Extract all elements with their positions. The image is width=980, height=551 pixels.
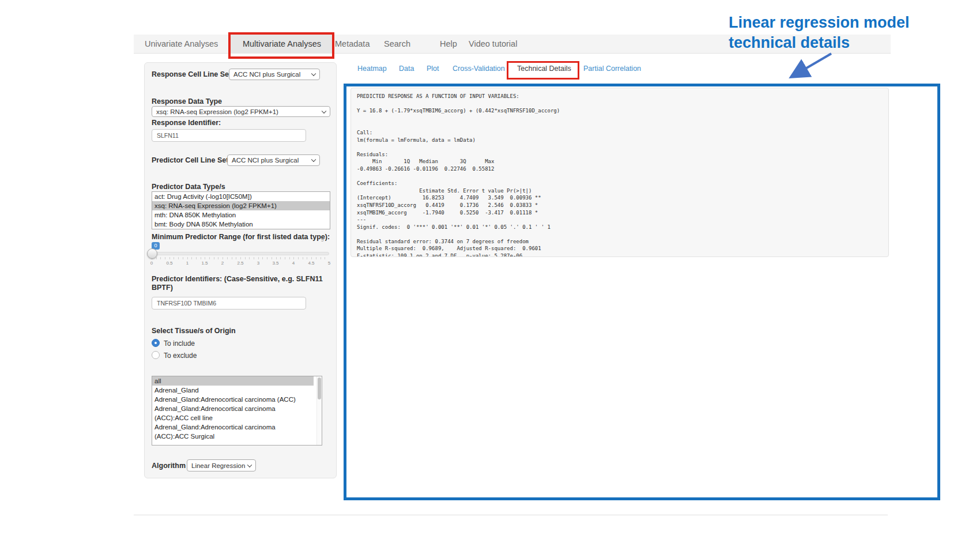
- bottom-divider: [134, 515, 888, 515]
- predictor-identifiers-input[interactable]: [152, 297, 306, 310]
- select-value: ACC NCI plus Surgical: [233, 71, 300, 78]
- listbox-option-selected[interactable]: all: [152, 376, 314, 386]
- chevron-down-icon: [322, 108, 326, 113]
- predictor-data-types-listbox: act: Drug Activity (-log10[IC50M]) xsq: …: [152, 191, 330, 229]
- radio-to-exclude-label[interactable]: To exclude: [164, 352, 197, 360]
- slider-tick-marks: [152, 257, 329, 259]
- listbox-option[interactable]: Adrenal_Gland:Adrenocortical carcinoma (…: [152, 404, 314, 422]
- listbox-option[interactable]: Adrenal_Gland: [152, 386, 314, 395]
- nav-item-video-tutorial[interactable]: Video tutorial: [469, 35, 517, 54]
- listbox-option[interactable]: Adrenal_Gland:Adrenocortical carcinoma (…: [152, 422, 314, 441]
- nav-item-univariate-analyses[interactable]: Univariate Analyses: [145, 35, 218, 54]
- slider-tick-label: 1: [183, 261, 192, 266]
- technical-details-highlight-box: [507, 61, 579, 80]
- response-identifier-input[interactable]: [152, 129, 306, 142]
- slider-tick-label: 4: [289, 261, 298, 266]
- predictor-identifiers-label: Predictor Identifiers: (Case-Sensitive, …: [152, 275, 325, 292]
- listbox-option[interactable]: mth: DNA 850K Methylation: [152, 210, 330, 220]
- tab-data[interactable]: Data: [399, 65, 414, 73]
- slider-tick-label: 3: [254, 261, 263, 266]
- algorithm-select[interactable]: Linear Regression: [187, 459, 256, 471]
- listbox-option[interactable]: Adrenal_Gland:Adrenocortical carcinoma (…: [152, 395, 314, 404]
- chevron-down-icon: [311, 71, 316, 76]
- annotation-arrow-icon: [787, 51, 836, 81]
- tab-partial-correlation[interactable]: Partial Correlation: [583, 65, 641, 73]
- response-cell-line-set-label: Response Cell Line Set: [152, 70, 231, 79]
- slider-tick-label: 5: [325, 261, 334, 266]
- slider-tick-label: 0: [147, 261, 156, 266]
- annotation-title: Linear regression model technical detail…: [729, 13, 971, 53]
- annotation-line-1: Linear regression model: [729, 13, 971, 33]
- regression-output: PREDICTED RESPONSE AS A FUNCTION OF INPU…: [350, 88, 889, 257]
- nav-item-help[interactable]: Help: [440, 35, 457, 54]
- app-root: Univariate Analyses Multivariate Analyse…: [0, 0, 980, 551]
- scrollbar-thumb[interactable]: [318, 378, 321, 399]
- select-value: Linear Regression: [191, 462, 245, 469]
- listbox-option[interactable]: act: Drug Activity (-log10[IC50M]): [152, 192, 330, 201]
- radio-to-include[interactable]: [152, 339, 160, 347]
- tab-heatmap[interactable]: Heatmap: [357, 65, 387, 73]
- listbox-option[interactable]: bmt: Body DNA 850K Methylation: [152, 220, 330, 229]
- slider-max-label: 5: [321, 237, 323, 243]
- sidebar-panel: Response Cell Line Set ACC NCI plus Surg…: [144, 62, 337, 478]
- slider-track[interactable]: [152, 252, 329, 255]
- radio-to-include-label[interactable]: To include: [164, 339, 195, 348]
- tab-plot[interactable]: Plot: [427, 65, 439, 73]
- radio-selected-dot-icon: [154, 342, 157, 344]
- slider-tick-label: 1.5: [200, 261, 209, 266]
- tissue-origin-label: Select Tissue/s of Origin: [152, 327, 236, 335]
- nav-item-metadata[interactable]: Metadata: [335, 35, 370, 54]
- tab-cross-validation[interactable]: Cross-Validation: [453, 65, 505, 73]
- annotation-line-2: technical details: [729, 33, 971, 53]
- tissue-listbox: all Adrenal_Gland Adrenal_Gland:Adrenoco…: [152, 376, 322, 446]
- slider-tick-label: 4.5: [307, 261, 316, 266]
- predictor-data-types-label: Predictor Data Type/s: [152, 183, 225, 191]
- slider-tick-label: 0.5: [165, 261, 174, 266]
- select-value: ACC NCI plus Surgical: [232, 157, 299, 164]
- response-identifier-label: Response Identifier:: [152, 119, 221, 127]
- predictor-cell-line-set-label: Predictor Cell Line Set: [152, 156, 228, 165]
- slider-tick-label: 3.5: [271, 261, 280, 266]
- multivariate-highlight-box: [228, 32, 334, 59]
- slider-tick-label: 2: [218, 261, 227, 266]
- slider-handle[interactable]: [147, 248, 157, 259]
- chevron-down-icon: [247, 462, 252, 467]
- response-data-type-select[interactable]: xsq: RNA-seq Expression (log2 FPKM+1): [152, 106, 330, 117]
- response-cell-line-set-select[interactable]: ACC NCI plus Surgical: [229, 69, 320, 80]
- response-data-type-label: Response Data Type: [152, 97, 222, 106]
- radio-to-exclude[interactable]: [152, 351, 160, 359]
- scrollbar-track[interactable]: [316, 376, 322, 445]
- predictor-cell-line-set-select[interactable]: ACC NCI plus Surgical: [227, 154, 320, 166]
- algorithm-label: Algorithm: [152, 462, 186, 470]
- min-predictor-range-label: Minimum Predictor Range (for first liste…: [152, 233, 334, 241]
- listbox-option-selected[interactable]: xsq: RNA-seq Expression (log2 FPKM+1): [152, 201, 330, 210]
- select-value: xsq: RNA-seq Expression (log2 FPKM+1): [156, 108, 278, 115]
- nav-item-search[interactable]: Search: [384, 35, 410, 54]
- chevron-down-icon: [311, 157, 316, 162]
- slider-tick-label: 2.5: [236, 261, 245, 266]
